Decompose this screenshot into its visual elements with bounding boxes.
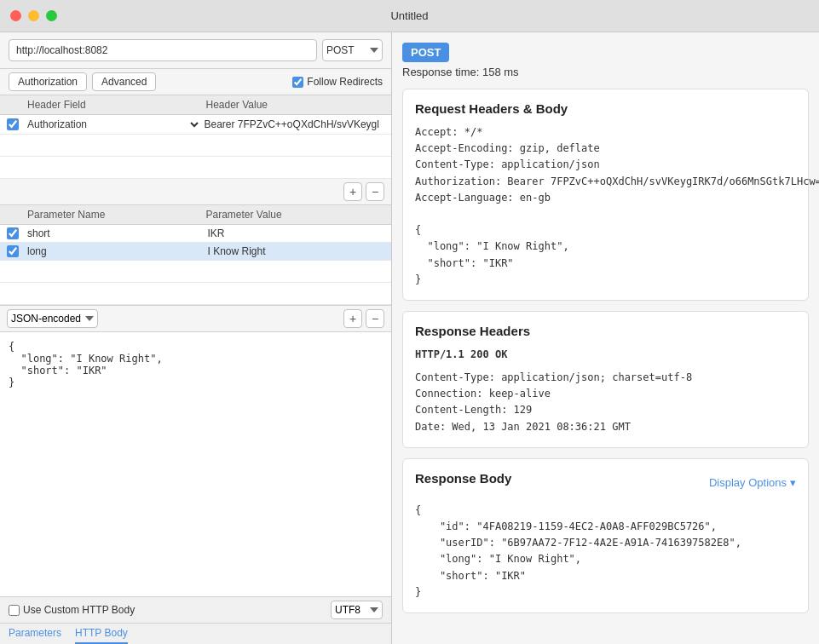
remove-header-button[interactable]: − bbox=[366, 182, 384, 201]
param-name-0: short bbox=[24, 227, 205, 239]
left-panel: POST GET PUT DELETE PATCH Authorization … bbox=[0, 32, 392, 644]
right-panel: POST Response time: 158 ms Request Heade… bbox=[392, 32, 819, 644]
params-table-actions: + − bbox=[343, 309, 384, 328]
advanced-button[interactable]: Advanced bbox=[92, 72, 156, 91]
param-row-1: long I Know Right bbox=[0, 243, 391, 261]
tab-parameters[interactable]: Parameters bbox=[9, 627, 61, 644]
remove-param-button[interactable]: − bbox=[366, 309, 384, 328]
utf-select[interactable]: UTF8 UTF16 bbox=[331, 601, 383, 619]
minimize-button[interactable] bbox=[28, 10, 39, 21]
param-value-0: IKR bbox=[205, 227, 385, 239]
add-header-button[interactable]: + bbox=[343, 182, 362, 201]
follow-redirects-label: Follow Redirects bbox=[307, 76, 383, 88]
table-row: Authorization Bearer 7FPZvC++oQXdChH/svV… bbox=[0, 115, 391, 135]
response-body-content: { "id": "4FA08219-1159-4EC2-A0A8-AFF029B… bbox=[415, 503, 796, 601]
param-empty-row-3 bbox=[0, 283, 391, 305]
headers-section: Header Field Header Value Authorization … bbox=[0, 95, 391, 205]
header-table-actions: + − bbox=[0, 179, 391, 204]
follow-redirects-checkbox[interactable] bbox=[292, 77, 303, 88]
url-input[interactable] bbox=[9, 39, 317, 61]
add-param-button[interactable]: + bbox=[343, 309, 362, 328]
header-name-select-0[interactable]: Authorization bbox=[24, 118, 201, 131]
maximize-button[interactable] bbox=[46, 10, 57, 21]
bottom-tabs: Parameters HTTP Body bbox=[0, 623, 391, 644]
bottom-bar: Use Custom HTTP Body UTF8 UTF16 bbox=[0, 596, 391, 623]
response-body-card: Response Body Display Options ▾ { "id": … bbox=[402, 458, 809, 613]
param-empty-row-2 bbox=[0, 261, 391, 283]
response-body-title: Response Body bbox=[415, 471, 511, 486]
param-check-col bbox=[7, 209, 27, 221]
response-headers-card: Response Headers HTTP/1.1 200 OK Content… bbox=[402, 311, 809, 448]
tab-http-body[interactable]: HTTP Body bbox=[75, 627, 128, 644]
value-col-header: Header Value bbox=[206, 99, 385, 111]
param-checkbox-1[interactable] bbox=[7, 245, 19, 257]
window-controls bbox=[10, 10, 57, 21]
param-row-0: short IKR bbox=[0, 225, 391, 243]
response-headers-content: Content-Type: application/json; charset=… bbox=[415, 370, 796, 435]
custom-body-container: Use Custom HTTP Body bbox=[9, 604, 135, 616]
headers-table-header: Header Field Header Value bbox=[0, 95, 391, 115]
header-value-0: Bearer 7FPZvC++oQXdChH/svVKeygl bbox=[201, 118, 385, 130]
custom-body-checkbox[interactable] bbox=[9, 605, 20, 616]
json-body-textarea[interactable]: { "long": "I Know Right", "short": "IKR"… bbox=[0, 332, 391, 596]
request-card-content: Accept: */* Accept-Encoding: gzip, defla… bbox=[415, 124, 796, 288]
display-options-button[interactable]: Display Options ▾ bbox=[709, 476, 796, 489]
response-time: Response time: 158 ms bbox=[402, 66, 809, 78]
toolbar: Authorization Advanced Follow Redirects bbox=[0, 69, 391, 95]
response-summary: POST Response time: 158 ms bbox=[402, 43, 809, 78]
header-row-checkbox-0[interactable] bbox=[7, 118, 19, 130]
response-body-header: Response Body Display Options ▾ bbox=[415, 471, 796, 494]
header-empty-row-1 bbox=[0, 135, 391, 157]
display-options-label: Display Options bbox=[709, 476, 787, 489]
url-bar: POST GET PUT DELETE PATCH bbox=[0, 32, 391, 69]
param-name-col: Parameter Name bbox=[27, 209, 206, 221]
param-value-1: I Know Right bbox=[205, 245, 385, 257]
check-col-header bbox=[7, 99, 27, 111]
header-empty-row-2 bbox=[0, 157, 391, 179]
chevron-down-icon: ▾ bbox=[790, 476, 796, 489]
response-headers-title: Response Headers bbox=[415, 324, 796, 338]
param-checkbox-0[interactable] bbox=[7, 227, 19, 239]
json-body-area: { "long": "I Know Right", "short": "IKR"… bbox=[0, 332, 391, 596]
param-value-col: Parameter Value bbox=[206, 209, 385, 221]
params-section: Parameter Name Parameter Value short IKR… bbox=[0, 205, 391, 306]
method-select[interactable]: POST GET PUT DELETE PATCH bbox=[322, 39, 383, 61]
response-time-label: Response time: bbox=[402, 66, 479, 78]
authorization-button[interactable]: Authorization bbox=[9, 72, 87, 91]
close-button[interactable] bbox=[10, 10, 21, 21]
title-bar: Untitled bbox=[0, 0, 819, 32]
custom-body-label: Use Custom HTTP Body bbox=[23, 604, 135, 616]
param-name-1: long bbox=[24, 245, 205, 257]
follow-redirects-container: Follow Redirects bbox=[292, 76, 383, 88]
main-layout: POST GET PUT DELETE PATCH Authorization … bbox=[0, 32, 819, 644]
params-footer: JSON-encoded URL-encoded Multipart + − bbox=[0, 306, 391, 332]
request-headers-body-card: Request Headers & Body Accept: */* Accep… bbox=[402, 89, 809, 301]
response-time-value: 158 ms bbox=[482, 66, 519, 78]
encode-select[interactable]: JSON-encoded URL-encoded Multipart bbox=[7, 309, 98, 328]
params-table-header: Parameter Name Parameter Value bbox=[0, 205, 391, 225]
request-card-title: Request Headers & Body bbox=[415, 101, 796, 116]
post-badge: POST bbox=[402, 43, 449, 62]
field-col-header: Header Field bbox=[27, 99, 206, 111]
window-title: Untitled bbox=[390, 9, 428, 22]
response-status: HTTP/1.1 200 OK bbox=[415, 347, 796, 363]
